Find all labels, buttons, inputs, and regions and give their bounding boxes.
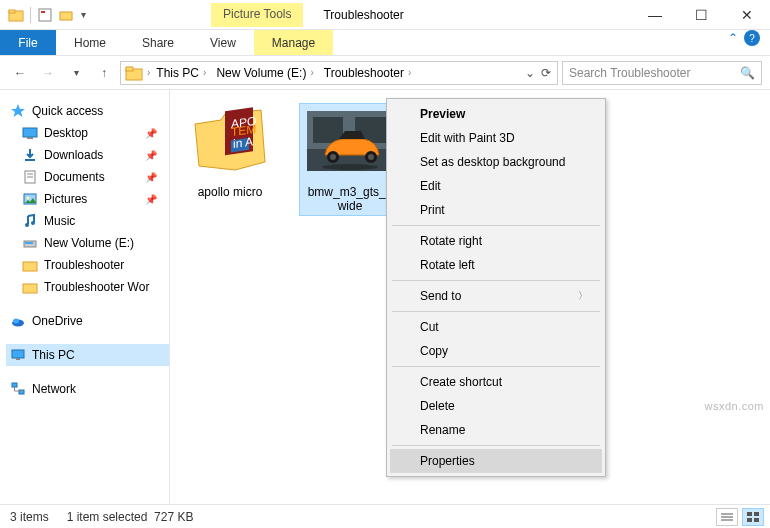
context-rotate-right[interactable]: Rotate right [390, 229, 602, 253]
address-bar: ← → ▾ ↑ › This PC› New Volume (E:)› Trou… [0, 56, 770, 90]
minimize-button[interactable]: — [632, 0, 678, 30]
breadcrumb-box[interactable]: › This PC› New Volume (E:)› Troubleshoot… [120, 61, 558, 85]
chevron-right-icon[interactable]: › [408, 67, 411, 78]
sidebar-item-music[interactable]: Music [6, 210, 169, 232]
refresh-icon[interactable]: ⟳ [541, 66, 551, 80]
svg-rect-10 [25, 159, 35, 161]
sidebar-item-this-pc[interactable]: This PC [6, 344, 169, 366]
collapse-ribbon-icon[interactable]: ⌃ [728, 31, 738, 45]
home-tab[interactable]: Home [56, 30, 124, 55]
svg-rect-24 [12, 350, 24, 358]
sidebar-item-documents[interactable]: Documents📌 [6, 166, 169, 188]
folder-thumbnail: APO TEM in A [187, 104, 273, 178]
folder-item[interactable]: APO TEM in A apollo micro [180, 104, 280, 200]
navigation-pane: Quick access Desktop📌 Downloads📌 Documen… [0, 90, 170, 504]
sidebar-label: Downloads [44, 148, 103, 162]
back-button[interactable]: ← [8, 61, 32, 85]
history-dropdown-icon[interactable]: ⌄ [525, 66, 535, 80]
title-bar: ▾ Picture Tools Troubleshooter — ☐ ✕ [0, 0, 770, 30]
picture-tools-tab[interactable]: Picture Tools [211, 3, 303, 27]
cloud-icon [10, 313, 26, 329]
context-create-shortcut[interactable]: Create shortcut [390, 370, 602, 394]
addrbar-right: ⌄ ⟳ [525, 66, 555, 80]
ribbon-tabs: File Home Share View Manage ⌃ ? [0, 30, 770, 56]
share-tab[interactable]: Share [124, 30, 192, 55]
sidebar-label: Music [44, 214, 75, 228]
context-rename[interactable]: Rename [390, 418, 602, 442]
context-separator [392, 311, 600, 312]
image-thumbnail [307, 104, 393, 178]
pin-icon: 📌 [145, 150, 165, 161]
status-selection: 1 item selected 727 KB [67, 510, 194, 524]
svg-rect-25 [16, 358, 20, 360]
search-input[interactable]: Search Troubleshooter 🔍 [562, 61, 762, 85]
context-send-to[interactable]: Send to〉 [390, 284, 602, 308]
context-cut[interactable]: Cut [390, 315, 602, 339]
up-button[interactable]: ↑ [92, 61, 116, 85]
context-separator [392, 225, 600, 226]
svg-rect-26 [12, 383, 17, 387]
folder-icon [8, 7, 24, 23]
context-properties[interactable]: Properties [390, 449, 602, 473]
svg-text:in A: in A [233, 134, 254, 151]
context-set-background[interactable]: Set as desktop background [390, 150, 602, 174]
network-icon [10, 381, 26, 397]
item-label: apollo micro [180, 184, 280, 200]
svg-marker-7 [11, 104, 25, 117]
view-switcher [716, 508, 764, 526]
svg-point-23 [13, 319, 19, 324]
svg-rect-45 [747, 512, 752, 516]
context-separator [392, 280, 600, 281]
new-folder-icon[interactable] [59, 7, 75, 23]
star-icon [10, 103, 26, 119]
context-delete[interactable]: Delete [390, 394, 602, 418]
sidebar-item-volume[interactable]: New Volume (E:) [6, 232, 169, 254]
properties-icon[interactable] [37, 7, 53, 23]
chevron-right-icon[interactable]: › [203, 67, 206, 78]
chevron-right-icon[interactable]: › [310, 67, 313, 78]
details-view-button[interactable] [716, 508, 738, 526]
svg-point-16 [25, 223, 29, 227]
context-rotate-left[interactable]: Rotate left [390, 253, 602, 277]
sidebar-label: OneDrive [32, 314, 83, 328]
forward-button[interactable]: → [36, 61, 60, 85]
context-separator [392, 366, 600, 367]
svg-rect-48 [754, 518, 759, 522]
recent-locations-button[interactable]: ▾ [64, 61, 88, 85]
chevron-right-icon[interactable]: › [147, 67, 150, 78]
sidebar-item-pictures[interactable]: Pictures📌 [6, 188, 169, 210]
svg-rect-2 [39, 9, 51, 21]
context-print[interactable]: Print [390, 198, 602, 222]
sidebar-item-onedrive[interactable]: OneDrive [6, 310, 169, 332]
maximize-button[interactable]: ☐ [678, 0, 724, 30]
close-button[interactable]: ✕ [724, 0, 770, 30]
context-edit[interactable]: Edit [390, 174, 602, 198]
qat-dropdown-icon[interactable]: ▾ [81, 9, 86, 20]
svg-point-41 [368, 154, 374, 160]
sidebar-item-troubleshooter-wor[interactable]: Troubleshooter Wor [6, 276, 169, 298]
sidebar-label: Desktop [44, 126, 88, 140]
sidebar-item-quick-access[interactable]: Quick access [6, 100, 169, 122]
sidebar-item-downloads[interactable]: Downloads📌 [6, 144, 169, 166]
status-bar: 3 items 1 item selected 727 KB [0, 504, 770, 528]
sidebar-label: Troubleshooter [44, 258, 124, 272]
svg-point-15 [27, 197, 30, 200]
manage-tab[interactable]: Manage [254, 30, 333, 55]
breadcrumb-segment: Troubleshooter› [320, 66, 416, 80]
file-tab[interactable]: File [0, 30, 56, 55]
sidebar-item-desktop[interactable]: Desktop📌 [6, 122, 169, 144]
thumbnails-view-button[interactable] [742, 508, 764, 526]
svg-rect-6 [126, 67, 133, 71]
sidebar-item-troubleshooter[interactable]: Troubleshooter [6, 254, 169, 276]
qat-divider [30, 7, 31, 23]
context-preview[interactable]: Preview [390, 102, 602, 126]
folder-icon [125, 64, 143, 82]
context-edit-paint3d[interactable]: Edit with Paint 3D [390, 126, 602, 150]
svg-rect-35 [313, 117, 343, 143]
view-tab[interactable]: View [192, 30, 254, 55]
sidebar-item-network[interactable]: Network [6, 378, 169, 400]
explorer-body: Quick access Desktop📌 Downloads📌 Documen… [0, 90, 770, 504]
help-icon[interactable]: ? [744, 30, 760, 46]
image-item[interactable]: bmw_m3_gts_3wide [300, 104, 400, 215]
context-copy[interactable]: Copy [390, 339, 602, 363]
